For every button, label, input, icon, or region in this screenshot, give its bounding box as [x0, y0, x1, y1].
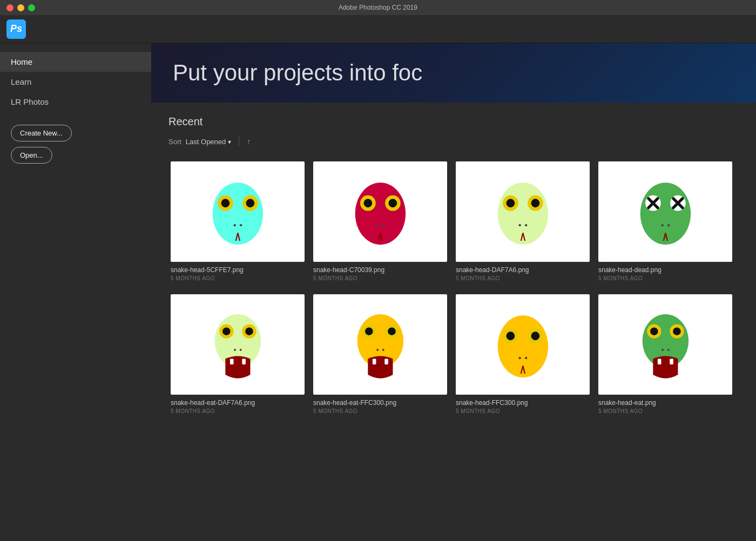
svg-point-62: [525, 357, 527, 359]
list-item[interactable]: snake-head-dead.png 5 MONTHS AGO: [596, 157, 739, 290]
svg-point-11: [363, 199, 372, 207]
sidebar-item-home[interactable]: Home: [0, 52, 151, 72]
image-thumbnail: [313, 161, 447, 262]
svg-rect-45: [230, 359, 234, 364]
list-item[interactable]: snake-head-eat.png 5 MONTHS AGO: [596, 290, 739, 423]
svg-point-70: [662, 349, 664, 351]
sort-divider: [239, 137, 239, 146]
image-thumbnail: [598, 294, 732, 395]
file-date: 5 MONTHS AGO: [456, 408, 590, 414]
main-layout: Home Learn LR Photos Create New... Open.…: [0, 43, 756, 541]
svg-point-69: [673, 327, 680, 335]
maximize-button[interactable]: [28, 4, 35, 11]
svg-rect-46: [242, 359, 246, 364]
svg-point-34: [661, 224, 663, 226]
svg-point-43: [234, 349, 236, 351]
sort-select[interactable]: Last Opened: [186, 138, 231, 146]
file-name: snake-head-eat-FFC300.png: [313, 399, 447, 407]
image-grid: snake-head-5CFFE7.png 5 MONTHS AGO: [168, 157, 739, 423]
list-item[interactable]: snake-head-C70039.png 5 MONTHS AGO: [311, 157, 454, 290]
window-title: Adobe Photoshop CC 2019: [339, 4, 417, 11]
svg-rect-73: [670, 359, 673, 364]
svg-point-52: [376, 349, 379, 351]
svg-point-35: [667, 224, 670, 226]
title-bar: Adobe Photoshop CC 2019: [0, 0, 756, 15]
sidebar-buttons: Create New... Open...: [0, 125, 151, 164]
svg-rect-55: [384, 359, 388, 364]
file-name: snake-head-5CFFE7.png: [171, 266, 305, 274]
svg-point-4: [246, 199, 254, 207]
image-thumbnail: [456, 161, 590, 262]
svg-point-5: [233, 224, 235, 226]
svg-point-23: [518, 224, 521, 226]
svg-point-24: [525, 224, 527, 226]
file-name: snake-head-dead.png: [598, 266, 732, 274]
svg-point-53: [382, 349, 384, 351]
list-item[interactable]: snake-head-FFC300.png 5 MONTHS AGO: [454, 290, 596, 423]
sidebar: Home Learn LR Photos Create New... Open.…: [0, 43, 151, 541]
sidebar-item-lr-photos[interactable]: LR Photos: [0, 92, 151, 112]
file-name: snake-head-eat-DAF7A6.png: [171, 399, 305, 407]
recent-section: Recent Sort Last Opened ↑: [151, 103, 756, 436]
svg-point-15: [382, 224, 384, 226]
svg-point-51: [388, 327, 395, 335]
svg-point-6: [240, 224, 242, 226]
close-button[interactable]: [6, 4, 14, 11]
svg-point-60: [531, 332, 539, 340]
svg-point-67: [650, 327, 658, 335]
svg-point-40: [222, 327, 230, 335]
image-thumbnail: [313, 294, 447, 395]
file-date: 5 MONTHS AGO: [456, 275, 590, 281]
file-date: 5 MONTHS AGO: [598, 275, 732, 281]
svg-point-49: [365, 327, 373, 335]
content-area: Put your projects into foc Recent Sort L…: [151, 43, 756, 541]
image-thumbnail: [456, 294, 590, 395]
sidebar-item-learn[interactable]: Learn: [0, 72, 151, 92]
svg-rect-54: [373, 359, 376, 364]
svg-point-2: [221, 199, 230, 207]
photoshop-logo: Ps: [6, 19, 26, 39]
svg-point-58: [506, 332, 515, 340]
hero-banner: Put your projects into foc: [151, 43, 756, 103]
image-thumbnail: [171, 161, 305, 262]
sort-value: Last Opened: [186, 138, 226, 146]
app-bar: Ps: [0, 15, 756, 43]
sort-label: Sort: [168, 138, 181, 146]
file-date: 5 MONTHS AGO: [171, 275, 305, 281]
svg-point-14: [376, 224, 378, 226]
file-name: snake-head-DAF7A6.png: [456, 266, 590, 274]
file-date: 5 MONTHS AGO: [598, 408, 732, 414]
file-name: snake-head-C70039.png: [313, 266, 447, 274]
list-item[interactable]: snake-head-5CFFE7.png 5 MONTHS AGO: [168, 157, 311, 290]
sort-direction-icon[interactable]: ↑: [247, 137, 251, 146]
file-date: 5 MONTHS AGO: [171, 408, 305, 414]
file-name: snake-head-FFC300.png: [456, 399, 590, 407]
create-new-button[interactable]: Create New...: [11, 125, 72, 141]
chevron-down-icon: [228, 138, 231, 146]
minimize-button[interactable]: [17, 4, 24, 11]
svg-point-22: [531, 199, 539, 207]
file-date: 5 MONTHS AGO: [313, 275, 447, 281]
recent-title: Recent: [168, 116, 739, 128]
sort-row: Sort Last Opened ↑: [168, 137, 739, 146]
file-date: 5 MONTHS AGO: [313, 408, 447, 414]
svg-point-13: [388, 199, 397, 207]
image-thumbnail: [171, 294, 305, 395]
list-item[interactable]: snake-head-eat-DAF7A6.png 5 MONTHS AGO: [168, 290, 311, 423]
window-controls[interactable]: [6, 4, 35, 11]
hero-text: Put your projects into foc: [173, 60, 422, 86]
svg-point-20: [506, 199, 515, 207]
file-name: snake-head-eat.png: [598, 399, 732, 407]
svg-point-44: [239, 349, 241, 351]
open-button[interactable]: Open...: [11, 147, 52, 164]
list-item[interactable]: snake-head-DAF7A6.png 5 MONTHS AGO: [454, 157, 596, 290]
image-thumbnail: [598, 161, 732, 262]
svg-point-61: [518, 357, 521, 359]
svg-point-71: [667, 349, 669, 351]
svg-point-42: [245, 327, 253, 335]
list-item[interactable]: snake-head-eat-FFC300.png 5 MONTHS AGO: [311, 290, 454, 423]
svg-rect-72: [658, 359, 662, 364]
